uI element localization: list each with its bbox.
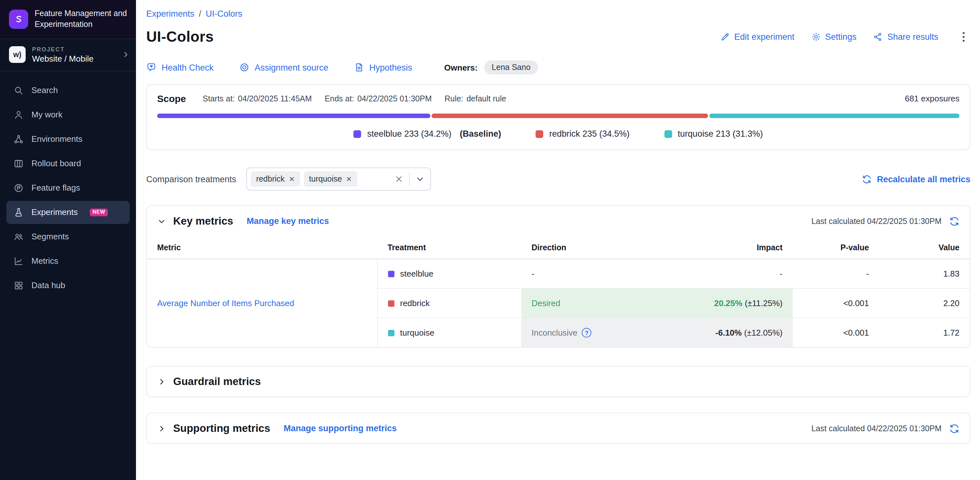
breadcrumb-link-current[interactable]: UI-Colors	[206, 9, 242, 19]
metric-cell: Average Number of Items Purchased	[147, 259, 377, 347]
health-check-label: Health Check	[162, 62, 213, 72]
treatment-name: redbrick	[400, 298, 430, 308]
share-icon	[873, 32, 883, 42]
treatment-chip-turquoise[interactable]: turquoise	[304, 171, 358, 187]
treatment-name: steelblue	[400, 269, 433, 279]
breadcrumb-link-experiments[interactable]: Experiments	[146, 9, 194, 19]
target-icon	[239, 62, 250, 72]
remove-chip-icon[interactable]	[289, 176, 295, 182]
treatment-chip-redbrick[interactable]: redbrick	[251, 171, 300, 187]
ends-at-label: Ends at:	[325, 94, 354, 103]
project-switcher[interactable]: w) PROJECT Website / Mobile	[0, 38, 136, 71]
impact-value: -	[780, 269, 783, 279]
project-label: PROJECT	[32, 46, 94, 53]
sidebar-item-environments[interactable]: Environments	[6, 128, 130, 151]
share-results-button[interactable]: Share results	[873, 32, 938, 42]
table-header-row: Metric Treatment Direction Impact P-valu…	[147, 236, 970, 259]
starts-at-label: Starts at:	[203, 94, 235, 103]
expand-chevron-right-icon[interactable]	[157, 424, 166, 433]
treatment-cell: steelblue	[377, 259, 521, 289]
chevron-right-icon	[122, 51, 130, 59]
guardrail-metrics-card: Guardrail metrics	[146, 366, 970, 397]
rule-value: default rule	[466, 94, 506, 103]
column-header-value: Value	[879, 236, 970, 259]
multiselect-divider	[409, 172, 410, 185]
supporting-metrics-header: Supporting metrics Manage supporting met…	[147, 413, 970, 443]
more-actions-button[interactable]	[956, 30, 970, 44]
direction-cell: Inconclusive	[522, 318, 686, 347]
metrics-icon	[13, 256, 24, 266]
manage-supporting-metrics-link[interactable]: Manage supporting metrics	[284, 424, 397, 433]
comparison-treatments-label: Comparison treatments	[146, 174, 236, 184]
distribution-segment-turquoise	[709, 113, 959, 118]
metric-link[interactable]: Average Number of Items Purchased	[157, 298, 294, 308]
sidebar-item-segments[interactable]: Segments	[6, 225, 130, 248]
remove-chip-icon[interactable]	[346, 176, 352, 182]
last-calculated-group: Last calculated 04/22/2025 01:30PM	[811, 216, 959, 226]
treatment-swatch	[388, 271, 394, 277]
table-row: Average Number of Items Purchased steelb…	[147, 259, 970, 289]
distribution-bar	[157, 113, 959, 118]
direction-cell: -	[522, 259, 686, 289]
edit-experiment-label: Edit experiment	[734, 32, 795, 42]
refresh-supporting-metrics-button[interactable]	[949, 423, 959, 434]
recalculate-all-metrics-button[interactable]: Recalculate all metrics	[862, 174, 970, 184]
collapse-chevron-down-icon[interactable]	[157, 217, 166, 226]
refresh-icon	[862, 174, 872, 184]
column-header-p-value: P-value	[793, 236, 879, 259]
title-row: UI-Colors Edit experiment Settings Share…	[146, 28, 970, 46]
health-check-link[interactable]: Health Check	[146, 62, 213, 72]
exposures-count: 681 exposures	[905, 94, 959, 103]
direction-text: Inconclusive	[532, 328, 578, 338]
sidebar-item-data-hub[interactable]: Data hub	[6, 274, 130, 297]
starts-at: Starts at: 04/20/2025 11:45AM	[203, 94, 312, 103]
sidebar-item-search[interactable]: Search	[6, 79, 130, 102]
legend-swatch-steelblue	[354, 130, 361, 138]
refresh-key-metrics-button[interactable]	[949, 216, 959, 226]
sidebar-item-metrics[interactable]: Metrics	[6, 250, 130, 273]
search-icon	[13, 85, 24, 96]
project-avatar: w)	[9, 46, 25, 63]
clear-selection-icon[interactable]	[395, 175, 404, 183]
impact-ci: (±12.05%)	[744, 328, 783, 338]
expand-chevron-right-icon[interactable]	[157, 377, 166, 386]
sidebar-item-label: Segments	[32, 232, 69, 242]
sidebar: Feature Management and Experimentation w…	[0, 0, 136, 480]
manage-key-metrics-link[interactable]: Manage key metrics	[247, 216, 329, 226]
guardrail-metrics-header: Guardrail metrics	[147, 367, 970, 397]
heart-bubble-icon	[146, 62, 156, 72]
owner-chip[interactable]: Lena Sano	[484, 60, 538, 75]
experiments-icon	[13, 207, 24, 217]
dropdown-chevron-icon[interactable]	[416, 175, 425, 183]
treatment-swatch	[388, 300, 394, 306]
treatments-multiselect[interactable]: redbrick turquoise	[247, 167, 431, 191]
sidebar-item-rollout-board[interactable]: Rollout board	[6, 152, 130, 175]
legend-swatch-redbrick	[536, 130, 544, 138]
sidebar-item-experiments[interactable]: Experiments NEW	[6, 201, 130, 224]
segments-icon	[13, 232, 24, 242]
legend-item-turquoise: turquoise 213 (31.3%)	[664, 129, 763, 139]
sidebar-item-my-work[interactable]: My work	[6, 103, 130, 126]
project-name: Website / Mobile	[32, 54, 94, 64]
question-circle-icon[interactable]	[582, 328, 592, 338]
edit-experiment-button[interactable]: Edit experiment	[720, 32, 795, 42]
scope-card: Scope Starts at: 04/20/2025 11:45AM Ends…	[146, 84, 970, 150]
hypothesis-label: Hypothesis	[369, 62, 412, 72]
pencil-icon	[720, 32, 730, 42]
assignment-source-link[interactable]: Assignment source	[239, 62, 328, 72]
direction-text: Desired	[532, 298, 560, 308]
meta-row: Health Check Assignment source Hypothesi…	[146, 60, 970, 75]
legend-swatch-turquoise	[664, 130, 672, 138]
recalculate-label: Recalculate all metrics	[877, 174, 970, 184]
comparison-row: Comparison treatments redbrick turquoise…	[146, 167, 970, 191]
breadcrumb-separator: /	[199, 9, 201, 19]
hypothesis-link[interactable]: Hypothesis	[354, 62, 412, 72]
sidebar-item-label: Data hub	[32, 281, 65, 290]
treatment-swatch	[388, 330, 394, 336]
impact-cell: -	[686, 259, 793, 289]
settings-button[interactable]: Settings	[811, 32, 856, 42]
sidebar-item-label: Experiments	[32, 207, 78, 217]
feature-flag-icon	[13, 183, 24, 193]
sidebar-item-feature-flags[interactable]: Feature flags	[6, 177, 130, 199]
rule-label: Rule:	[444, 94, 463, 103]
